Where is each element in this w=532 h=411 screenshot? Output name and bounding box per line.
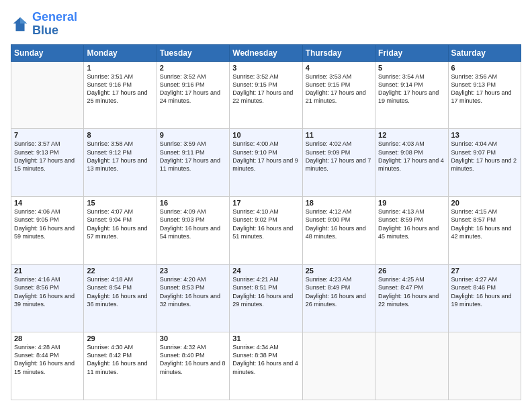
day-of-week-header: Sunday bbox=[11, 44, 84, 61]
day-number: 2 bbox=[160, 64, 226, 72]
calendar-table: SundayMondayTuesdayWednesdayThursdayFrid… bbox=[11, 44, 521, 400]
day-number: 30 bbox=[160, 334, 226, 342]
cell-info: Sunrise: 4:10 AM Sunset: 9:02 PM Dayligh… bbox=[232, 208, 299, 240]
cell-info: Sunrise: 4:18 AM Sunset: 8:54 PM Dayligh… bbox=[87, 275, 153, 308]
calendar-week-row: 28Sunrise: 4:28 AM Sunset: 8:44 PM Dayli… bbox=[11, 332, 521, 400]
cell-info: Sunrise: 4:02 AM Sunset: 9:09 PM Dayligh… bbox=[306, 140, 372, 173]
day-number: 9 bbox=[160, 131, 226, 139]
cell-info: Sunrise: 4:32 AM Sunset: 8:40 PM Dayligh… bbox=[160, 343, 226, 376]
calendar-cell: 3Sunrise: 3:52 AM Sunset: 9:15 PM Daylig… bbox=[230, 61, 302, 129]
calendar-cell: 1Sunrise: 3:51 AM Sunset: 9:16 PM Daylig… bbox=[84, 61, 157, 129]
calendar-cell: 31Sunrise: 4:34 AM Sunset: 8:38 PM Dayli… bbox=[230, 332, 302, 400]
cell-info: Sunrise: 3:53 AM Sunset: 9:15 PM Dayligh… bbox=[306, 73, 372, 105]
cell-info: Sunrise: 3:52 AM Sunset: 9:16 PM Dayligh… bbox=[160, 73, 226, 105]
calendar-cell: 15Sunrise: 4:07 AM Sunset: 9:04 PM Dayli… bbox=[84, 197, 157, 265]
day-number: 12 bbox=[378, 131, 445, 139]
day-number: 7 bbox=[14, 131, 81, 139]
calendar-cell: 28Sunrise: 4:28 AM Sunset: 8:44 PM Dayli… bbox=[11, 332, 84, 400]
calendar-header-row: SundayMondayTuesdayWednesdayThursdayFrid… bbox=[11, 44, 521, 61]
cell-info: Sunrise: 4:09 AM Sunset: 9:03 PM Dayligh… bbox=[160, 208, 226, 240]
day-of-week-header: Thursday bbox=[302, 44, 375, 61]
calendar-cell bbox=[302, 332, 375, 400]
calendar-cell: 7Sunrise: 3:57 AM Sunset: 9:13 PM Daylig… bbox=[11, 129, 84, 197]
cell-info: Sunrise: 3:51 AM Sunset: 9:16 PM Dayligh… bbox=[87, 73, 153, 105]
day-number: 16 bbox=[160, 199, 226, 207]
cell-info: Sunrise: 3:54 AM Sunset: 9:14 PM Dayligh… bbox=[378, 73, 445, 105]
cell-info: Sunrise: 4:06 AM Sunset: 9:05 PM Dayligh… bbox=[14, 208, 81, 240]
day-number: 22 bbox=[87, 267, 153, 275]
calendar-cell: 29Sunrise: 4:30 AM Sunset: 8:42 PM Dayli… bbox=[84, 332, 157, 400]
calendar-cell: 11Sunrise: 4:02 AM Sunset: 9:09 PM Dayli… bbox=[302, 129, 375, 197]
cell-info: Sunrise: 4:23 AM Sunset: 8:49 PM Dayligh… bbox=[306, 275, 372, 308]
day-number: 25 bbox=[306, 267, 372, 275]
calendar-cell: 25Sunrise: 4:23 AM Sunset: 8:49 PM Dayli… bbox=[302, 265, 375, 332]
calendar-cell: 24Sunrise: 4:21 AM Sunset: 8:51 PM Dayli… bbox=[230, 265, 302, 332]
day-number: 29 bbox=[87, 334, 153, 342]
cell-info: Sunrise: 3:57 AM Sunset: 9:13 PM Dayligh… bbox=[14, 140, 81, 173]
page: General Blue SundayMondayTuesdayWednesda… bbox=[0, 0, 532, 411]
cell-info: Sunrise: 4:27 AM Sunset: 8:46 PM Dayligh… bbox=[451, 275, 518, 308]
day-of-week-header: Saturday bbox=[448, 44, 521, 61]
calendar-cell: 5Sunrise: 3:54 AM Sunset: 9:14 PM Daylig… bbox=[375, 61, 448, 129]
day-number: 10 bbox=[232, 131, 299, 139]
day-number: 15 bbox=[87, 199, 153, 207]
day-number: 24 bbox=[232, 267, 299, 275]
cell-info: Sunrise: 4:12 AM Sunset: 9:00 PM Dayligh… bbox=[306, 208, 372, 240]
calendar-week-row: 21Sunrise: 4:16 AM Sunset: 8:56 PM Dayli… bbox=[11, 265, 521, 332]
calendar-cell: 30Sunrise: 4:32 AM Sunset: 8:40 PM Dayli… bbox=[157, 332, 229, 400]
day-of-week-header: Wednesday bbox=[230, 44, 302, 61]
day-number: 3 bbox=[232, 64, 299, 72]
calendar-cell: 13Sunrise: 4:04 AM Sunset: 9:07 PM Dayli… bbox=[448, 129, 521, 197]
calendar-cell: 23Sunrise: 4:20 AM Sunset: 8:53 PM Dayli… bbox=[157, 265, 229, 332]
cell-info: Sunrise: 3:58 AM Sunset: 9:12 PM Dayligh… bbox=[87, 140, 153, 173]
calendar-cell: 17Sunrise: 4:10 AM Sunset: 9:02 PM Dayli… bbox=[230, 197, 302, 265]
cell-info: Sunrise: 4:04 AM Sunset: 9:07 PM Dayligh… bbox=[451, 140, 518, 173]
day-number: 8 bbox=[87, 131, 153, 139]
logo-icon bbox=[11, 15, 30, 34]
day-number: 21 bbox=[14, 267, 81, 275]
cell-info: Sunrise: 4:25 AM Sunset: 8:47 PM Dayligh… bbox=[378, 275, 445, 308]
day-number: 14 bbox=[14, 199, 81, 207]
calendar-cell: 20Sunrise: 4:15 AM Sunset: 8:57 PM Dayli… bbox=[448, 197, 521, 265]
cell-info: Sunrise: 4:21 AM Sunset: 8:51 PM Dayligh… bbox=[232, 275, 299, 308]
cell-info: Sunrise: 4:16 AM Sunset: 8:56 PM Dayligh… bbox=[14, 275, 81, 308]
svg-marker-1 bbox=[20, 17, 27, 24]
day-number: 31 bbox=[232, 334, 299, 342]
cell-info: Sunrise: 3:52 AM Sunset: 9:15 PM Dayligh… bbox=[232, 73, 299, 105]
calendar-cell: 8Sunrise: 3:58 AM Sunset: 9:12 PM Daylig… bbox=[84, 129, 157, 197]
cell-info: Sunrise: 4:30 AM Sunset: 8:42 PM Dayligh… bbox=[87, 343, 153, 376]
calendar-cell: 16Sunrise: 4:09 AM Sunset: 9:03 PM Dayli… bbox=[157, 197, 229, 265]
day-number: 28 bbox=[14, 334, 81, 342]
day-of-week-header: Monday bbox=[84, 44, 157, 61]
calendar-cell bbox=[448, 332, 521, 400]
header: General Blue bbox=[11, 11, 521, 38]
logo: General Blue bbox=[11, 11, 77, 38]
calendar-cell: 14Sunrise: 4:06 AM Sunset: 9:05 PM Dayli… bbox=[11, 197, 84, 265]
day-number: 1 bbox=[87, 64, 153, 72]
day-number: 4 bbox=[306, 64, 372, 72]
day-number: 26 bbox=[378, 267, 445, 275]
calendar-cell: 18Sunrise: 4:12 AM Sunset: 9:00 PM Dayli… bbox=[302, 197, 375, 265]
cell-info: Sunrise: 4:15 AM Sunset: 8:57 PM Dayligh… bbox=[451, 208, 518, 240]
cell-info: Sunrise: 3:59 AM Sunset: 9:11 PM Dayligh… bbox=[160, 140, 226, 173]
calendar-cell: 4Sunrise: 3:53 AM Sunset: 9:15 PM Daylig… bbox=[302, 61, 375, 129]
calendar-week-row: 1Sunrise: 3:51 AM Sunset: 9:16 PM Daylig… bbox=[11, 61, 521, 129]
day-number: 27 bbox=[451, 267, 518, 275]
calendar-cell: 19Sunrise: 4:13 AM Sunset: 8:59 PM Dayli… bbox=[375, 197, 448, 265]
logo-text: General Blue bbox=[32, 11, 77, 38]
cell-info: Sunrise: 4:28 AM Sunset: 8:44 PM Dayligh… bbox=[14, 343, 81, 376]
cell-info: Sunrise: 4:20 AM Sunset: 8:53 PM Dayligh… bbox=[160, 275, 226, 308]
calendar-cell bbox=[11, 61, 84, 129]
calendar-cell: 6Sunrise: 3:56 AM Sunset: 9:13 PM Daylig… bbox=[448, 61, 521, 129]
calendar-cell: 9Sunrise: 3:59 AM Sunset: 9:11 PM Daylig… bbox=[157, 129, 229, 197]
cell-info: Sunrise: 4:03 AM Sunset: 9:08 PM Dayligh… bbox=[378, 140, 445, 173]
day-of-week-header: Friday bbox=[375, 44, 448, 61]
cell-info: Sunrise: 4:34 AM Sunset: 8:38 PM Dayligh… bbox=[232, 343, 299, 376]
day-number: 20 bbox=[451, 199, 518, 207]
calendar-week-row: 7Sunrise: 3:57 AM Sunset: 9:13 PM Daylig… bbox=[11, 129, 521, 197]
day-number: 11 bbox=[306, 131, 372, 139]
cell-info: Sunrise: 4:13 AM Sunset: 8:59 PM Dayligh… bbox=[378, 208, 445, 240]
calendar-cell: 12Sunrise: 4:03 AM Sunset: 9:08 PM Dayli… bbox=[375, 129, 448, 197]
calendar-cell: 26Sunrise: 4:25 AM Sunset: 8:47 PM Dayli… bbox=[375, 265, 448, 332]
day-number: 19 bbox=[378, 199, 445, 207]
